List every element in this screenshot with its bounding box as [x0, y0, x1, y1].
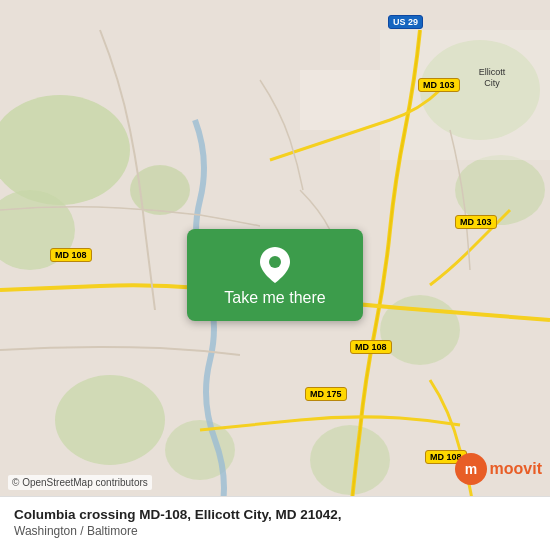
moovit-logo: m moovit: [455, 453, 542, 485]
moovit-icon: m: [455, 453, 487, 485]
svg-point-8: [310, 425, 390, 495]
svg-text:m: m: [464, 461, 476, 477]
location-card: Columbia crossing MD-108, Ellicott City,…: [0, 496, 550, 550]
svg-rect-10: [380, 30, 550, 160]
road-label-md103-right: MD 103: [455, 215, 497, 229]
road-label-md108-left: MD 108: [50, 248, 92, 262]
osm-credit-text: © OpenStreetMap contributors: [12, 477, 148, 488]
map-container: Ellicott City US 29 MD 103 MD 103 MD 108…: [0, 0, 550, 550]
take-me-there-label: Take me there: [224, 289, 325, 307]
road-label-md103-top: MD 103: [418, 78, 460, 92]
osm-credit: © OpenStreetMap contributors: [8, 475, 152, 490]
road-label-us29-top: US 29: [388, 15, 423, 29]
moovit-text: moovit: [490, 460, 542, 478]
svg-point-14: [269, 256, 281, 268]
road-label-md175: MD 175: [305, 387, 347, 401]
svg-text:Ellicott: Ellicott: [479, 67, 506, 77]
road-label-md108-right: MD 108: [350, 340, 392, 354]
svg-text:City: City: [484, 78, 500, 88]
location-subtitle: Washington / Baltimore: [14, 524, 536, 538]
take-me-there-button[interactable]: Take me there: [187, 229, 363, 321]
pin-icon: [257, 247, 293, 283]
svg-point-3: [55, 375, 165, 465]
svg-rect-11: [300, 70, 380, 130]
location-title: Columbia crossing MD-108, Ellicott City,…: [14, 507, 536, 522]
svg-point-9: [130, 165, 190, 215]
